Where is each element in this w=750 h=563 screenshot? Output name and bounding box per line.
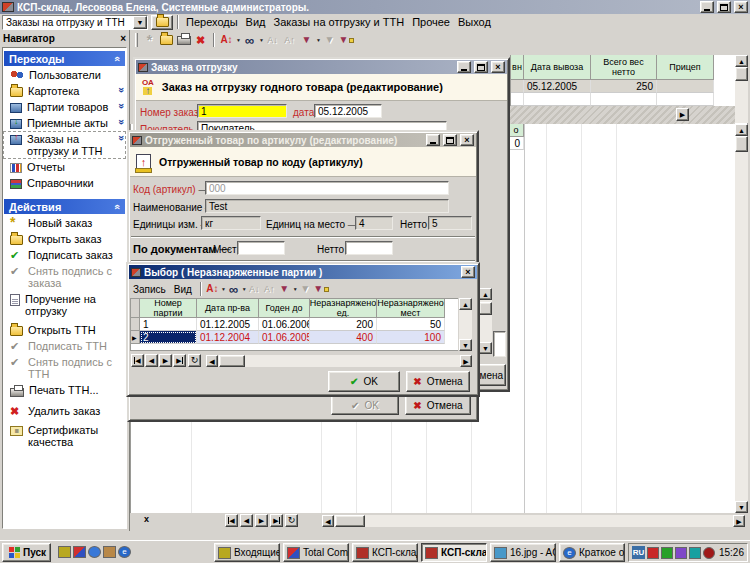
- quicklaunch-icon-5[interactable]: e: [118, 546, 131, 558]
- order-date-field[interactable]: 05.12.2005: [314, 104, 382, 118]
- col-unassigned-units[interactable]: Неразнаряжено ед.: [310, 299, 377, 318]
- minimize-button[interactable]: [700, 1, 714, 13]
- delete-icon[interactable]: ✖: [192, 32, 209, 48]
- filter-settings-icon[interactable]: ▼: [313, 281, 330, 297]
- scroll-thumb[interactable]: [735, 136, 748, 152]
- clear-filter-icon[interactable]: ▼: [321, 32, 338, 48]
- collapse-chevron-icon[interactable]: «: [112, 56, 122, 62]
- open-icon[interactable]: [158, 32, 175, 48]
- action-new-order[interactable]: *Новый заказ: [3, 215, 126, 231]
- combo-dropdown-icon[interactable]: ▼: [133, 16, 147, 29]
- clear-filter-icon[interactable]: ▼: [298, 281, 313, 297]
- col-unassigned-places[interactable]: Неразнаряжено мест: [377, 299, 445, 318]
- expand-chevron-icon[interactable]: »: [116, 103, 126, 109]
- action-delete-order[interactable]: ✖Удалить заказ: [3, 403, 126, 419]
- find-prev-icon[interactable]: А↑: [262, 281, 277, 297]
- menu-zakazy[interactable]: Заказы на отгрузку и ТТН: [270, 15, 409, 29]
- find-next-icon[interactable]: А↓: [247, 281, 262, 297]
- sort-icon[interactable]: А↕: [218, 32, 235, 48]
- hscroll-right-icon[interactable]: ▶: [460, 355, 472, 367]
- nav-group-dejstviya[interactable]: Действия «: [4, 199, 125, 214]
- scroll-up-icon[interactable]: ▲: [735, 124, 748, 136]
- menu-prochee[interactable]: Прочее: [408, 15, 454, 29]
- close-button[interactable]: ×: [734, 1, 748, 13]
- items-col-partial[interactable]: о: [509, 124, 524, 137]
- menu-vid[interactable]: Вид: [242, 15, 270, 29]
- taskbar-button-ksp-1[interactable]: КСП-склад: [352, 543, 418, 562]
- scroll-thumb[interactable]: [735, 67, 748, 81]
- expand-chevron-icon[interactable]: »: [116, 87, 126, 93]
- orders-col-weight[interactable]: Всего вес нетто: [591, 55, 657, 80]
- folder-up-button[interactable]: [151, 15, 173, 30]
- panel-close-icon[interactable]: x: [144, 514, 149, 524]
- hscroll-left-icon[interactable]: ◀: [322, 515, 334, 527]
- orders-vscrollbar[interactable]: ▲ ▼: [735, 55, 748, 135]
- scroll-down-icon[interactable]: ▼: [479, 342, 492, 354]
- table-row-selected[interactable]: ▶ 2 01.12.2004 01.06.2005 400 100: [131, 331, 458, 344]
- search-icon[interactable]: ∞: [241, 32, 258, 48]
- net-docs-field[interactable]: [345, 241, 393, 255]
- tray-icon-5[interactable]: [703, 547, 715, 559]
- menu-zapis[interactable]: Запись: [129, 283, 170, 296]
- taskbar-button-totalcmd[interactable]: Total Comman...: [283, 543, 349, 562]
- items-first-cell[interactable]: 0: [509, 137, 524, 150]
- action-open-order[interactable]: Открыть заказ: [3, 231, 126, 247]
- orders-hscroll-right-icon[interactable]: ▶: [676, 108, 689, 121]
- sidebar-item-partii[interactable]: Партии товаров»: [3, 99, 126, 115]
- start-button[interactable]: Пуск: [2, 543, 51, 562]
- scroll-thumb[interactable]: [479, 302, 492, 315]
- expand-chevron-icon[interactable]: »: [116, 135, 126, 141]
- toolbar-grip[interactable]: [135, 33, 138, 47]
- orders-col-date[interactable]: Дата вывоза: [524, 55, 591, 80]
- hscroll-right-icon[interactable]: ▶: [733, 515, 745, 527]
- order-dialog-titlebar[interactable]: Заказ на отгрузку ×: [136, 60, 507, 74]
- scroll-down-icon[interactable]: ▼: [459, 339, 472, 351]
- tray-icon-2[interactable]: [661, 547, 673, 559]
- nav-next-button[interactable]: ▶: [255, 514, 268, 527]
- sort-icon[interactable]: А↕: [205, 281, 220, 297]
- scroll-down-icon[interactable]: ▼: [735, 501, 748, 513]
- menu-perehody[interactable]: Переходы: [182, 15, 242, 29]
- item-cancel-button[interactable]: ✖ Отмена: [405, 395, 471, 415]
- orders-col-partial[interactable]: вн: [511, 55, 524, 80]
- restore-button[interactable]: [717, 1, 731, 13]
- sidebar-item-spravochniki[interactable]: Справочники: [3, 175, 126, 191]
- places-field[interactable]: [237, 241, 285, 255]
- nav-group-perehody[interactable]: Переходы «: [4, 51, 125, 66]
- close-button[interactable]: ×: [461, 266, 475, 278]
- tray-icon-4[interactable]: [689, 547, 701, 559]
- quicklaunch-icon-1[interactable]: [58, 546, 71, 558]
- nav-prev-button[interactable]: ◀: [145, 354, 158, 367]
- maximize-button[interactable]: [474, 61, 488, 73]
- name-field[interactable]: Test: [205, 199, 449, 213]
- maximize-button[interactable]: [443, 134, 457, 146]
- select-ok-button[interactable]: ✔ OK: [328, 371, 400, 392]
- hscroll-thumb[interactable]: [219, 355, 245, 367]
- orders-col-trailer[interactable]: Прицеп: [657, 55, 714, 80]
- close-button[interactable]: ×: [460, 134, 474, 146]
- print-icon[interactable]: [175, 32, 192, 48]
- search-icon[interactable]: ∞: [226, 281, 241, 297]
- menu-vid[interactable]: Вид: [170, 283, 196, 296]
- refresh-button[interactable]: ↻: [285, 514, 298, 527]
- action-shipping-order[interactable]: Поручение на отгрузку: [3, 291, 126, 319]
- taskbar-button-ksp-2[interactable]: КСП-склад: [421, 543, 487, 562]
- hscroll-left-icon[interactable]: ◀: [206, 355, 218, 367]
- minimize-button[interactable]: [457, 61, 471, 73]
- action-print-ttn[interactable]: Печать ТТН...: [3, 382, 126, 399]
- menu-vyhod[interactable]: Выход: [454, 15, 495, 29]
- find-prev-icon[interactable]: А↑: [281, 32, 298, 48]
- item-dialog-titlebar[interactable]: Отгруженный товар по артикулу (редактиро…: [130, 133, 476, 147]
- nav-next-button[interactable]: ▶: [159, 354, 172, 367]
- col-prod-date[interactable]: Дата пр-ва: [197, 299, 259, 318]
- scroll-up-icon[interactable]: ▲: [459, 298, 472, 310]
- taskbar-button-inbox[interactable]: Входящие - ...: [214, 543, 280, 562]
- nav-first-button[interactable]: ◀: [131, 354, 144, 367]
- tray-icon-1[interactable]: [647, 547, 659, 559]
- quicklaunch-icon-3[interactable]: [88, 546, 101, 558]
- action-open-ttn[interactable]: Открыть ТТН: [3, 322, 126, 338]
- new-icon[interactable]: *: [141, 32, 158, 48]
- sidebar-item-polzovateli[interactable]: Пользователи: [3, 67, 126, 83]
- collapse-chevron-icon[interactable]: «: [112, 204, 122, 210]
- table-row[interactable]: 1 01.12.2005 01.06.2006 200 50: [131, 318, 458, 331]
